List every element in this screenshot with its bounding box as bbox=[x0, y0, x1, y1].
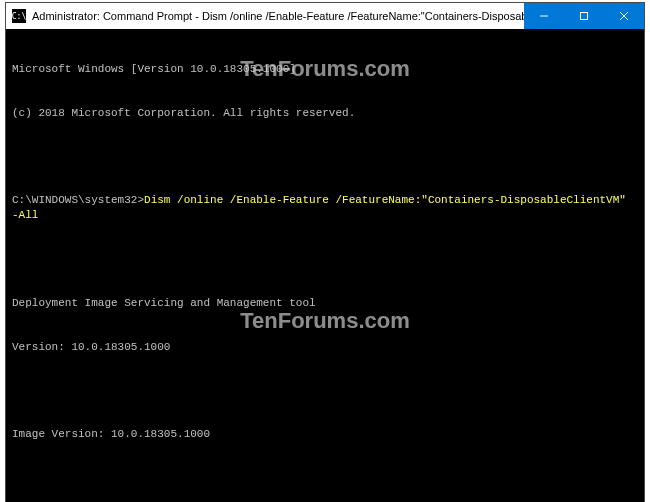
banner-line: (c) 2018 Microsoft Corporation. All righ… bbox=[12, 106, 638, 121]
window-controls bbox=[524, 3, 644, 29]
command-line: C:\WINDOWS\system32>Dism /online /Enable… bbox=[12, 193, 638, 223]
titlebar[interactable]: C:\ Administrator: Command Prompt - Dism… bbox=[6, 3, 644, 29]
terminal-body[interactable]: Microsoft Windows [Version 10.0.18305.10… bbox=[6, 29, 644, 502]
cmd-icon: C:\ bbox=[12, 9, 26, 23]
maximize-button[interactable] bbox=[564, 3, 604, 29]
minimize-button[interactable] bbox=[524, 3, 564, 29]
close-icon bbox=[619, 11, 629, 21]
banner-line: Microsoft Windows [Version 10.0.18305.10… bbox=[12, 62, 638, 77]
svg-rect-1 bbox=[581, 13, 588, 20]
output-line: Deployment Image Servicing and Managemen… bbox=[12, 296, 638, 311]
window-title: Administrator: Command Prompt - Dism /on… bbox=[32, 10, 524, 22]
prompt: C:\WINDOWS\system32> bbox=[12, 194, 144, 206]
close-button[interactable] bbox=[604, 3, 644, 29]
cmd-window-enable: C:\ Administrator: Command Prompt - Dism… bbox=[5, 2, 645, 502]
minimize-icon bbox=[539, 11, 549, 21]
maximize-icon bbox=[579, 11, 589, 21]
output-line: Image Version: 10.0.18305.1000 bbox=[12, 427, 638, 442]
output-line: Version: 10.0.18305.1000 bbox=[12, 340, 638, 355]
